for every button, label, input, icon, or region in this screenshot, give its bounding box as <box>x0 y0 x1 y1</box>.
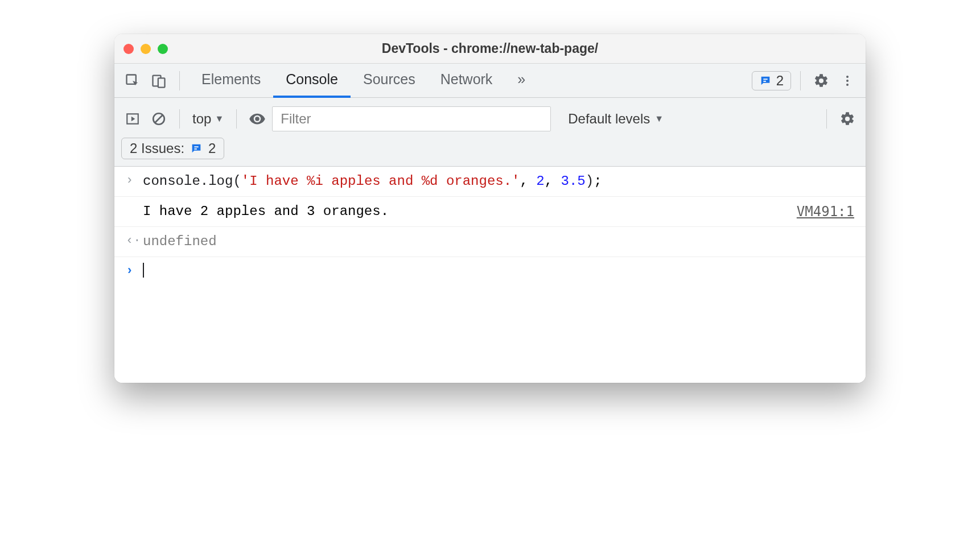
tab-more[interactable]: » <box>505 64 538 98</box>
levels-label: Default levels <box>568 111 650 127</box>
tab-sources[interactable]: Sources <box>351 64 428 98</box>
console-input-code: console.log('I have %i apples and %d ora… <box>143 171 854 192</box>
console-input-row: › console.log('I have %i apples and %d o… <box>114 167 866 197</box>
svg-line-10 <box>155 115 163 123</box>
window-controls <box>123 44 168 54</box>
tab-network[interactable]: Network <box>428 64 505 98</box>
prompt-chevron-icon: › <box>126 262 143 280</box>
console-prompt-input[interactable] <box>143 262 854 282</box>
tab-console[interactable]: Console <box>273 64 351 98</box>
minimize-icon[interactable] <box>141 44 151 54</box>
context-label: top <box>192 111 211 127</box>
toggle-sidebar-icon[interactable] <box>121 108 144 130</box>
tab-elements[interactable]: Elements <box>189 64 273 98</box>
svg-point-5 <box>846 76 849 78</box>
panel-tabbar: Elements Console Sources Network » 2 <box>114 64 866 98</box>
devtools-window: DevTools - chrome://new-tab-page/ Elemen… <box>114 34 866 383</box>
panel-tabs: Elements Console Sources Network » <box>189 64 538 98</box>
separator <box>179 71 180 90</box>
chevron-down-icon: ▼ <box>654 114 664 124</box>
issues-count: 2 <box>208 140 216 156</box>
input-chevron-icon: › <box>126 171 143 190</box>
inspect-element-icon[interactable] <box>121 69 144 92</box>
titlebar: DevTools - chrome://new-tab-page/ <box>114 34 866 64</box>
svg-rect-4 <box>763 81 766 82</box>
window-title: DevTools - chrome://new-tab-page/ <box>114 41 866 56</box>
console-messages: › console.log('I have %i apples and %d o… <box>114 167 866 383</box>
live-expression-icon[interactable] <box>246 108 269 130</box>
settings-icon[interactable] <box>810 69 833 92</box>
console-output-text: I have 2 apples and 3 oranges. <box>143 201 790 222</box>
log-levels-select[interactable]: Default levels ▼ <box>562 111 669 127</box>
return-chevron-icon: ‹· <box>126 231 143 250</box>
separator <box>236 109 237 129</box>
svg-rect-12 <box>194 148 197 150</box>
svg-rect-3 <box>763 78 767 80</box>
chevron-down-icon: ▼ <box>215 114 224 124</box>
issues-label: 2 Issues: <box>130 140 184 156</box>
maximize-icon[interactable] <box>158 44 168 54</box>
console-output-row: I have 2 apples and 3 oranges. VM491:1 <box>114 197 866 227</box>
filter-input[interactable] <box>272 106 551 131</box>
separator <box>826 109 827 129</box>
issues-counter[interactable]: 2 <box>752 71 791 90</box>
console-return-value: undefined <box>143 231 854 252</box>
source-link[interactable]: VM491:1 <box>797 201 854 222</box>
svg-rect-2 <box>158 78 165 87</box>
issues-count: 2 <box>776 73 784 89</box>
separator <box>800 71 801 90</box>
svg-point-7 <box>846 84 849 86</box>
console-toolbar: top ▼ Default levels ▼ 2 Issues: 2 <box>114 98 866 167</box>
console-return-row: ‹· undefined <box>114 227 866 257</box>
svg-rect-11 <box>194 146 198 147</box>
console-settings-icon[interactable] <box>836 108 859 130</box>
close-icon[interactable] <box>123 44 134 54</box>
console-prompt-row[interactable]: › <box>114 257 866 287</box>
execution-context-select[interactable]: top ▼ <box>189 111 227 127</box>
svg-point-6 <box>846 80 849 82</box>
clear-console-icon[interactable] <box>147 108 170 130</box>
separator <box>179 109 180 129</box>
device-toolbar-icon[interactable] <box>147 69 170 92</box>
more-menu-icon[interactable] <box>836 69 859 92</box>
issues-button[interactable]: 2 Issues: 2 <box>121 138 224 159</box>
